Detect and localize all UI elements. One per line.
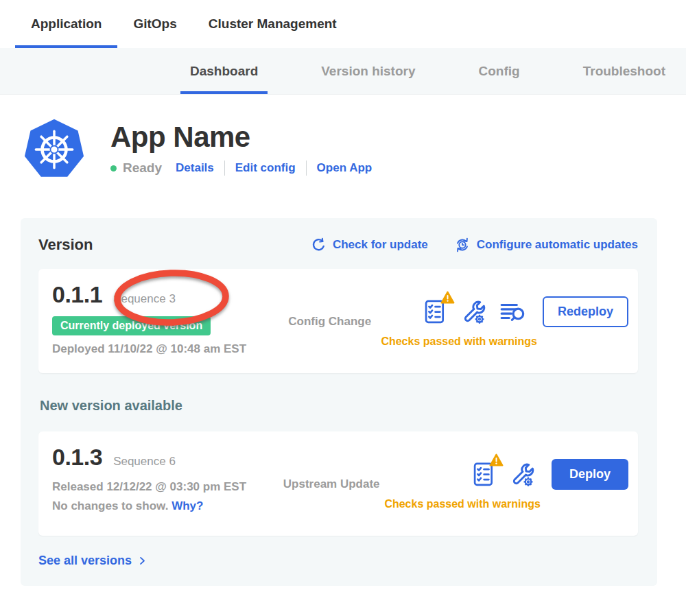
new-version-heading: New version available: [40, 398, 638, 414]
why-link[interactable]: Why?: [172, 499, 203, 512]
current-version-source: Config Change: [279, 281, 381, 362]
current-version-sequence: Sequence 3: [113, 292, 176, 306]
current-checks-status: Checks passed with warnings: [381, 335, 537, 348]
tab-troubleshoot[interactable]: Troubleshoot: [573, 48, 675, 94]
check-for-update-label: Check for update: [333, 238, 428, 252]
new-version-row: 0.1.3 Sequence 6 Released 12/12/22 @ 03:…: [38, 431, 638, 536]
divider: [306, 161, 307, 176]
config-values-icon[interactable]: [507, 460, 536, 488]
top-nav: Application GitOps Cluster Management: [0, 0, 686, 48]
app-header: App Name Ready Details Edit config Open …: [23, 118, 686, 181]
changes-note: No changes to show.: [52, 499, 168, 512]
tab-config[interactable]: Config: [469, 48, 530, 94]
new-checks-status: Checks passed with warnings: [384, 498, 541, 510]
new-version-sequence: Sequence 6: [113, 455, 176, 469]
warning-triangle-icon: [489, 453, 504, 466]
check-for-update-button[interactable]: Check for update: [311, 237, 428, 253]
tab-version-history[interactable]: Version history: [311, 48, 425, 94]
app-title: App Name: [110, 122, 372, 152]
released-timestamp: Released 12/12/22 @ 03:30 pm EST: [52, 480, 279, 494]
redeploy-button[interactable]: Redeploy: [543, 296, 628, 327]
preflight-checks-icon[interactable]: [421, 298, 447, 325]
deployed-timestamp: Deployed 11/10/22 @ 10:48 am EST: [52, 342, 279, 356]
edit-config-link[interactable]: Edit config: [235, 161, 296, 175]
status-dot: [110, 165, 117, 171]
tab-cluster-management[interactable]: Cluster Management: [193, 0, 353, 48]
see-all-versions-link[interactable]: See all versions: [38, 554, 638, 568]
currently-deployed-badge: Currently deployed version: [52, 316, 211, 335]
see-all-versions-label: See all versions: [38, 554, 132, 568]
version-card-title: Version: [38, 236, 93, 254]
status-text: Ready: [123, 161, 162, 176]
tab-gitops[interactable]: GitOps: [117, 0, 192, 48]
divider: [224, 161, 225, 176]
open-app-link[interactable]: Open App: [317, 161, 372, 175]
app-sub-nav: Dashboard Version history Config Trouble…: [0, 48, 686, 95]
preflight-checks-icon[interactable]: [470, 460, 496, 488]
current-version-number: 0.1.1: [52, 281, 102, 308]
new-version-source: Upstream Update: [279, 444, 384, 525]
tab-application[interactable]: Application: [15, 0, 117, 48]
chevron-right-icon: [137, 555, 147, 567]
warning-triangle-icon: [440, 291, 455, 304]
refresh-icon: [311, 237, 327, 253]
details-link[interactable]: Details: [176, 161, 214, 175]
update-schedule-icon: [454, 237, 471, 253]
kubernetes-logo-icon: [23, 118, 86, 181]
current-version-row: 0.1.1 Sequence 3 Currently deployed vers…: [38, 269, 638, 373]
configure-automatic-updates-label: Configure automatic updates: [477, 238, 638, 252]
tab-dashboard[interactable]: Dashboard: [180, 48, 268, 94]
config-values-icon[interactable]: [458, 298, 487, 325]
new-version-number: 0.1.3: [52, 444, 102, 471]
version-card: Version Check for update: [21, 218, 657, 586]
configure-automatic-updates-button[interactable]: Configure automatic updates: [454, 237, 638, 253]
view-files-icon[interactable]: [498, 298, 527, 324]
deploy-button[interactable]: Deploy: [552, 459, 628, 490]
